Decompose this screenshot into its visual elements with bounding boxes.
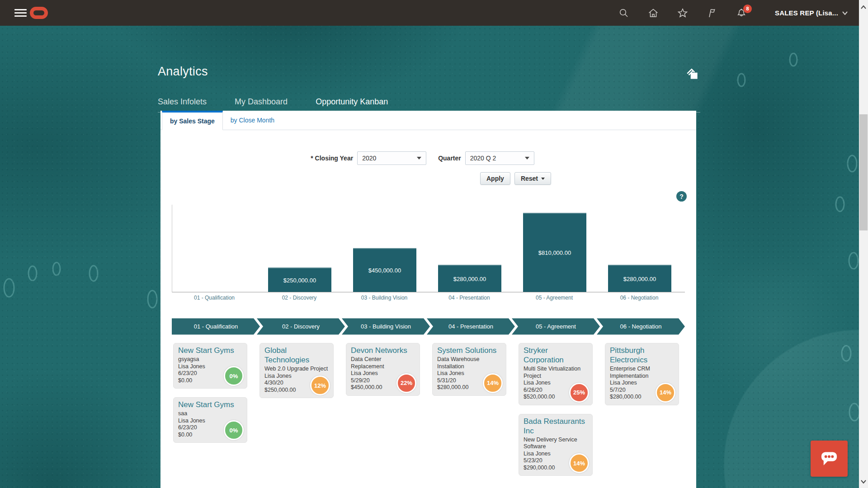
- bar-value-label: $280,000.00: [623, 276, 656, 282]
- chart-bar-05-agreement[interactable]: $810,000.00: [523, 213, 586, 292]
- top-navigation-bar: 8 SALES REP (Lisa...: [0, 0, 859, 26]
- subtab-by-sales-stage[interactable]: by Sales Stage: [162, 111, 223, 130]
- vertical-scrollbar[interactable]: [859, 0, 868, 488]
- chevron-down-icon: [842, 11, 848, 15]
- dropdown-caret-icon: [541, 178, 545, 180]
- bar-value-label: $250,000.00: [283, 277, 316, 284]
- opportunity-name: Web 2.0 Upgrade Project: [264, 366, 329, 373]
- reset-button[interactable]: Reset: [514, 172, 551, 185]
- help-icon[interactable]: ?: [676, 191, 687, 202]
- svg-text:05 - Agreement: 05 - Agreement: [536, 323, 576, 330]
- win-probability-badge: 12%: [310, 375, 330, 395]
- svg-text:03 - Building Vision: 03 - Building Vision: [361, 323, 411, 330]
- opportunity-name: gsyagsa: [178, 356, 242, 363]
- quarter-label: Quarter: [438, 155, 461, 162]
- chart-bar-04-presentation[interactable]: $280,000.00: [438, 265, 501, 292]
- notification-count-badge: 8: [743, 5, 752, 13]
- closing-year-select[interactable]: 2020: [357, 151, 426, 165]
- opportunity-card-global-technologies[interactable]: Global TechnologiesWeb 2.0 Upgrade Proje…: [259, 343, 334, 398]
- opportunity-card-pittsburgh-electronics[interactable]: Pittsburgh ElectronicsEnterprise CRM Imp…: [605, 343, 679, 405]
- favorites-star-icon[interactable]: [677, 8, 688, 19]
- kanban-column-03-building-vision: Devon NetworksData Center ReplacementLis…: [346, 343, 420, 396]
- chart-x-axis-labels: 01 - Qualification02 - Discovery03 - Bui…: [172, 295, 685, 302]
- x-axis-label: 06 - Negotiation: [597, 295, 682, 301]
- notifications-bell-icon[interactable]: 8: [736, 8, 747, 19]
- bar-value-label: $450,000.00: [368, 267, 401, 274]
- closing-year-value: 2020: [362, 155, 376, 162]
- navigation-menu-icon[interactable]: [14, 9, 27, 17]
- banner-tab-opportunity-kanban[interactable]: Opportunity Kanban: [316, 94, 413, 113]
- bar-value-label: $280,000.00: [453, 276, 486, 282]
- stage-header-06-negotiation[interactable]: 06 - Negotiation: [597, 319, 685, 335]
- dropdown-caret-icon: [417, 157, 421, 160]
- app-screen: 8 SALES REP (Lisa... Analytics: [0, 0, 868, 488]
- chat-button[interactable]: [811, 441, 848, 477]
- scroll-up-arrow[interactable]: [859, 3, 868, 12]
- stage-header-05-agreement[interactable]: 05 - Agreement: [512, 319, 600, 335]
- kanban-subtab-bar: by Sales Stageby Close Month: [160, 111, 696, 130]
- x-axis-label: 01 - Qualification: [172, 295, 257, 301]
- win-probability-badge: 0%: [224, 420, 244, 440]
- chart-bar-06-negotiation[interactable]: $280,000.00: [608, 265, 671, 292]
- opportunity-card-new-start-gyms[interactable]: New Start GymssaaLisa Jones6/23/20$0.000…: [173, 397, 247, 443]
- user-menu-label: SALES REP (Lisa...: [775, 9, 838, 17]
- quarter-value: 2020 Q 2: [470, 155, 496, 162]
- scrollbar-thumb[interactable]: [859, 114, 868, 230]
- account-name[interactable]: Global Technologies: [264, 346, 329, 365]
- flag-icon[interactable]: [707, 8, 717, 19]
- apply-button[interactable]: Apply: [480, 172, 510, 185]
- opportunity-name: saa: [178, 410, 242, 418]
- account-name[interactable]: New Start Gyms: [178, 346, 242, 355]
- oracle-logo[interactable]: [30, 7, 48, 19]
- account-name[interactable]: Stryker Corporation: [524, 346, 588, 365]
- kanban-column-04-presentation: System SolutionsData Warehouse Installat…: [432, 343, 506, 396]
- analytics-tab-bar: Sales InfoletsMy DashboardOpportunity Ka…: [158, 94, 441, 113]
- opportunity-card-new-start-gyms[interactable]: New Start GymsgsyagsaLisa Jones6/23/20$0…: [173, 343, 247, 389]
- kanban-column-05-agreement: Stryker CorporationMulti Site Virtualiza…: [519, 343, 593, 476]
- scroll-down-arrow[interactable]: [859, 477, 868, 486]
- opportunity-name: New Delivery Service Software: [524, 436, 588, 450]
- bar-value-label: $810,000.00: [538, 249, 571, 256]
- pipeline-bar-chart: $250,000.00$450,000.00$280,000.00$810,00…: [172, 205, 685, 292]
- account-name[interactable]: Pittsburgh Electronics: [610, 346, 674, 365]
- x-axis-label: 03 - Building Vision: [342, 295, 427, 301]
- account-name[interactable]: New Start Gyms: [178, 400, 242, 409]
- open-panels-icon[interactable]: [685, 67, 700, 81]
- opportunity-name: Data Warehouse Installation: [437, 356, 501, 370]
- stage-header-01-qualification[interactable]: 01 - Qualification: [172, 319, 260, 335]
- opportunity-kanban-panel: by Sales Stageby Close Month * Closing Y…: [160, 111, 696, 488]
- account-name[interactable]: Bada Restaurants Inc: [524, 417, 588, 436]
- win-probability-badge: 14%: [483, 373, 503, 393]
- opportunity-card-devon-networks[interactable]: Devon NetworksData Center ReplacementLis…: [346, 343, 420, 396]
- x-axis-label: 02 - Discovery: [257, 295, 342, 301]
- quarter-select[interactable]: 2020 Q 2: [465, 151, 534, 165]
- opportunity-card-bada-restaurants-inc[interactable]: Bada Restaurants IncNew Delivery Service…: [519, 414, 593, 476]
- home-icon[interactable]: [648, 8, 659, 19]
- win-probability-badge: 0%: [224, 366, 244, 386]
- closing-year-label: * Closing Year: [311, 155, 353, 162]
- win-probability-badge: 14%: [569, 453, 589, 473]
- chart-bar-02-discovery[interactable]: $250,000.00: [268, 267, 331, 292]
- banner-tab-my-dashboard[interactable]: My Dashboard: [235, 94, 288, 113]
- stage-header-02-discovery[interactable]: 02 - Discovery: [257, 319, 345, 335]
- x-axis-label: 05 - Agreement: [512, 295, 597, 301]
- kanban-stage-strip: 01 - Qualification02 - Discovery03 - Bui…: [172, 318, 687, 335]
- opportunity-name: Multi Site Virtualization Project: [524, 366, 588, 380]
- opportunity-card-system-solutions[interactable]: System SolutionsData Warehouse Installat…: [432, 343, 506, 396]
- win-probability-badge: 14%: [656, 383, 675, 403]
- kanban-column-02-discovery: Global TechnologiesWeb 2.0 Upgrade Proje…: [259, 343, 334, 398]
- stage-header-04-presentation[interactable]: 04 - Presentation: [427, 319, 515, 335]
- banner-tab-sales-infolets[interactable]: Sales Infolets: [158, 94, 207, 113]
- kanban-column-06-negotiation: Pittsburgh ElectronicsEnterprise CRM Imp…: [605, 343, 679, 405]
- search-icon[interactable]: [618, 8, 629, 19]
- svg-text:06 - Negotiation: 06 - Negotiation: [620, 323, 662, 330]
- stage-header-03-building-vision[interactable]: 03 - Building Vision: [342, 319, 430, 335]
- opportunity-card-stryker-corporation[interactable]: Stryker CorporationMulti Site Virtualiza…: [519, 343, 593, 405]
- chart-bar-03-building-vision[interactable]: $450,000.00: [353, 248, 416, 292]
- account-name[interactable]: Devon Networks: [351, 346, 415, 355]
- subtab-by-close-month[interactable]: by Close Month: [223, 111, 282, 130]
- user-menu[interactable]: SALES REP (Lisa...: [775, 9, 848, 17]
- chat-bubble-icon: [817, 447, 841, 470]
- account-name[interactable]: System Solutions: [437, 346, 501, 355]
- svg-text:04 - Presentation: 04 - Presentation: [448, 323, 493, 330]
